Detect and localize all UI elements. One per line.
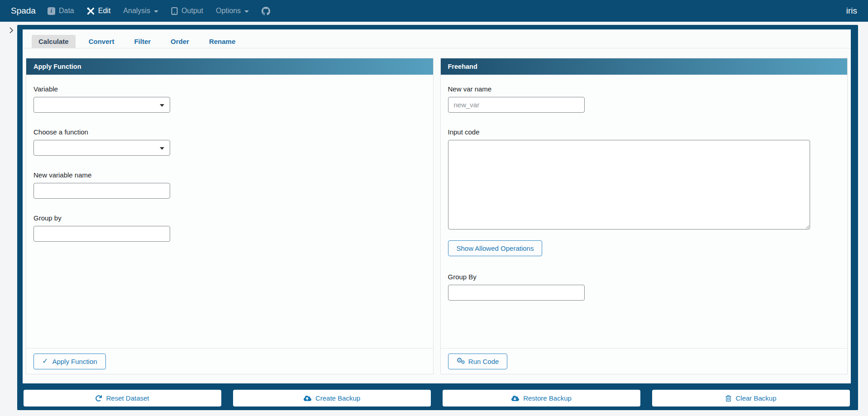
input-code-textarea[interactable] — [448, 140, 810, 230]
new-variable-name-input[interactable] — [33, 183, 170, 199]
reset-dataset-label: Reset Dataset — [106, 394, 149, 402]
show-allowed-operations-label: Show Allowed Operations — [457, 244, 534, 252]
redo-icon — [95, 395, 102, 402]
nav-item-label: Options — [216, 7, 241, 15]
freehand-panel-body: New var name Input code Show Allowed Ope… — [441, 75, 848, 348]
tab-convert[interactable]: Convert — [82, 35, 121, 48]
sidebar-expand-toggle[interactable] — [7, 26, 16, 36]
create-backup-label: Create Backup — [315, 394, 360, 402]
github-icon — [262, 7, 270, 15]
show-allowed-operations-button[interactable]: Show Allowed Operations — [448, 240, 543, 256]
restore-backup-button[interactable]: Restore Backup — [443, 390, 640, 406]
apply-function-button-label: Apply Function — [52, 358, 97, 365]
trash-icon — [725, 395, 731, 402]
variable-select[interactable] — [33, 97, 170, 113]
cloud-download-icon — [511, 395, 519, 402]
tools-icon — [87, 7, 95, 15]
group-by-input[interactable] — [33, 226, 170, 242]
nav-item-output[interactable]: Output — [171, 7, 203, 15]
nav-item-options[interactable]: Options — [216, 7, 249, 15]
create-backup-button[interactable]: Create Backup — [233, 390, 431, 406]
main-frame: Calculate Convert Filter Order Rename Ap… — [17, 25, 858, 410]
dropdown-caret-icon — [160, 104, 164, 107]
tablet-icon — [171, 7, 178, 15]
apply-function-panel-footer: ✓ Apply Function — [26, 348, 433, 374]
nav-item-data[interactable]: i Data — [48, 7, 74, 15]
tab-calculate[interactable]: Calculate — [32, 35, 76, 48]
dataset-name: iris — [846, 6, 857, 16]
dropdown-caret-icon — [160, 147, 164, 150]
function-label: Choose a function — [33, 128, 426, 136]
new-var-name-label: New var name — [448, 85, 840, 93]
dataset-actions-strip: Reset Dataset Create Backup Restore Back… — [23, 383, 851, 406]
reset-dataset-button[interactable]: Reset Dataset — [24, 390, 221, 406]
new-var-name-input[interactable] — [448, 97, 585, 113]
apply-function-panel-body: Variable Choose a function New variable … — [26, 75, 433, 348]
run-code-button-label: Run Code — [468, 358, 499, 365]
tab-filter[interactable]: Filter — [127, 35, 157, 48]
content-area: Calculate Convert Filter Order Rename Ap… — [23, 29, 851, 383]
input-code-label: Input code — [448, 128, 840, 136]
edit-tabs: Calculate Convert Filter Order Rename — [23, 29, 851, 48]
apply-function-panel: Apply Function Variable Choose a functio… — [26, 58, 434, 374]
nav-item-label: Analysis — [123, 7, 150, 15]
freehand-panel: Freehand New var name Input code Show Al… — [440, 58, 848, 374]
panels-row: Apply Function Variable Choose a functio… — [23, 48, 851, 374]
run-code-button[interactable]: ⚙⚙ Run Code — [448, 354, 508, 369]
nav-item-analysis[interactable]: Analysis — [123, 7, 158, 15]
clear-backup-button[interactable]: Clear Backup — [652, 390, 850, 406]
restore-backup-label: Restore Backup — [523, 394, 572, 402]
github-link[interactable] — [262, 7, 270, 15]
brand-logo[interactable]: Spada — [11, 6, 36, 16]
clear-backup-label: Clear Backup — [735, 394, 776, 402]
freehand-panel-footer: ⚙⚙ Run Code — [441, 348, 848, 374]
caret-down-icon — [244, 10, 249, 13]
info-icon: i — [48, 7, 55, 15]
freehand-group-by-input[interactable] — [448, 285, 585, 301]
nav-item-label: Output — [181, 7, 203, 15]
nav-item-label: Edit — [98, 7, 111, 15]
tab-rename[interactable]: Rename — [202, 35, 242, 48]
cloud-upload-icon — [304, 395, 311, 402]
check-icon: ✓ — [42, 358, 48, 364]
apply-function-panel-title: Apply Function — [26, 58, 433, 75]
tab-order[interactable]: Order — [164, 35, 196, 48]
freehand-group-by-label: Group By — [448, 273, 840, 281]
caret-down-icon — [154, 10, 158, 13]
nav-item-label: Data — [59, 7, 74, 15]
top-navbar: Spada i Data Edit Analysis Output — [0, 0, 868, 22]
variable-label: Variable — [33, 85, 426, 93]
gears-icon: ⚙⚙ — [457, 358, 463, 365]
nav-item-edit[interactable]: Edit — [87, 7, 111, 15]
group-by-label: Group by — [33, 214, 426, 222]
chevron-right-icon — [9, 27, 14, 36]
new-variable-name-label: New variable name — [33, 171, 426, 179]
freehand-panel-title: Freehand — [441, 58, 848, 75]
apply-function-button[interactable]: ✓ Apply Function — [33, 354, 106, 369]
function-select[interactable] — [33, 140, 170, 156]
